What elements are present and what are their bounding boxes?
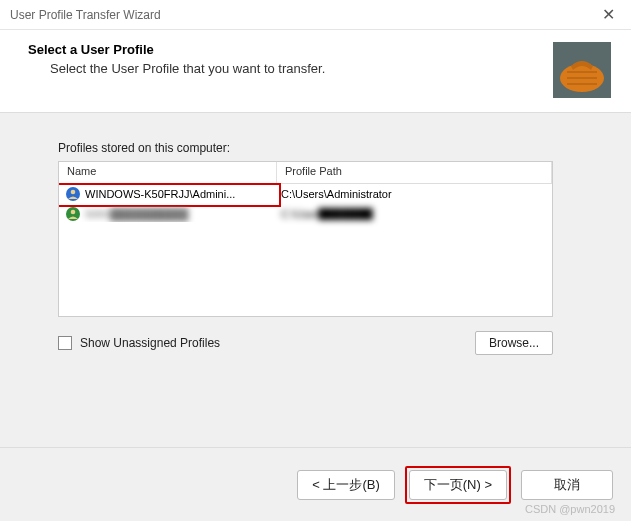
wizard-footer: < 上一步(B) 下一页(N) > 取消 CSDN @pwn2019 bbox=[0, 447, 631, 521]
close-icon[interactable]: ✕ bbox=[596, 5, 621, 24]
user-icon bbox=[65, 206, 81, 222]
profiles-list[interactable]: Name Profile Path WINDOWS-K50FRJJ\Admini… bbox=[58, 161, 553, 317]
row-path: C:\Users\Administrator bbox=[277, 188, 552, 200]
watermark: CSDN @pwn2019 bbox=[525, 503, 615, 515]
page-title: Select a User Profile bbox=[28, 42, 553, 57]
wizard-banner-image bbox=[553, 42, 611, 98]
table-row[interactable]: WINDOWS-K50FRJJ\Admini... C:\Users\Admin… bbox=[59, 184, 552, 204]
show-unassigned-checkbox[interactable] bbox=[58, 336, 72, 350]
cancel-button[interactable]: 取消 bbox=[521, 470, 613, 500]
options-row: Show Unassigned Profiles Browse... bbox=[58, 331, 553, 355]
row-path: C:\User███████ bbox=[277, 208, 552, 220]
wizard-header: Select a User Profile Select the User Pr… bbox=[0, 30, 631, 113]
page-subtitle: Select the User Profile that you want to… bbox=[28, 61, 553, 76]
row-name: WAN██████████ bbox=[85, 208, 188, 220]
wizard-content: Profiles stored on this computer: Name P… bbox=[0, 113, 631, 355]
profiles-label: Profiles stored on this computer: bbox=[58, 141, 591, 155]
list-header: Name Profile Path bbox=[59, 162, 552, 184]
svg-point-6 bbox=[71, 190, 76, 195]
row-name: WINDOWS-K50FRJJ\Admini... bbox=[85, 188, 235, 200]
browse-button[interactable]: Browse... bbox=[475, 331, 553, 355]
title-bar: User Profile Transfer Wizard ✕ bbox=[0, 0, 631, 30]
svg-point-8 bbox=[71, 210, 76, 215]
column-path[interactable]: Profile Path bbox=[277, 162, 552, 183]
table-row[interactable]: WAN██████████ C:\User███████ bbox=[59, 204, 552, 224]
back-button[interactable]: < 上一步(B) bbox=[297, 470, 395, 500]
next-highlight: 下一页(N) > bbox=[405, 466, 511, 504]
next-button[interactable]: 下一页(N) > bbox=[409, 470, 507, 500]
window-title: User Profile Transfer Wizard bbox=[10, 8, 161, 22]
show-unassigned-label: Show Unassigned Profiles bbox=[80, 336, 220, 350]
column-name[interactable]: Name bbox=[59, 162, 277, 183]
user-icon bbox=[65, 186, 81, 202]
